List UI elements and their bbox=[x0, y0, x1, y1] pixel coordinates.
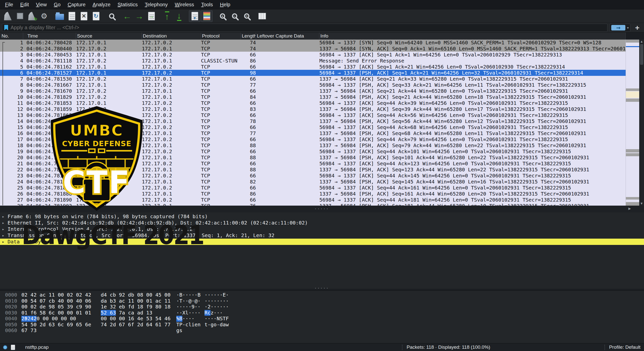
menu-statistics[interactable]: Statistics bbox=[114, 0, 141, 9]
filter-bookmark-icon[interactable] bbox=[4, 25, 8, 30]
open-file-button[interactable] bbox=[54, 10, 65, 22]
packet-row[interactable]: 304:06:24.780453172.17.0.1172.17.0.2TCP6… bbox=[0, 52, 626, 58]
hex-row[interactable]: 000002 42 ac 11 00 02 02 42d4 cb 92 db 0… bbox=[0, 292, 644, 298]
column-header-no[interactable]: No. bbox=[0, 33, 23, 40]
scroll-down-icon[interactable]: ▼ bbox=[640, 202, 643, 206]
menu-wireless[interactable]: Wireless bbox=[171, 0, 198, 9]
expand-arrow-icon[interactable]: ▸ bbox=[2, 232, 5, 239]
packet-row[interactable]: 504:06:24.781162172.17.0.1172.17.0.2TCP6… bbox=[0, 64, 626, 70]
packet-row[interactable]: 2004:06:24.781878172.17.0.2172.17.0.1TCP… bbox=[0, 154, 626, 161]
menu-analyze[interactable]: Analyze bbox=[89, 0, 114, 9]
capture-comment-icon[interactable] bbox=[11, 345, 15, 350]
stop-capture-button[interactable] bbox=[14, 10, 26, 22]
packet-row[interactable]: 804:06:24.781667172.17.0.1172.17.0.2TCP7… bbox=[0, 82, 626, 88]
column-header-time[interactable]: Time bbox=[26, 33, 76, 40]
packet-row[interactable]: 404:06:24.781118172.17.0.2172.17.0.1CLAS… bbox=[0, 58, 626, 64]
go-back-button[interactable]: ← bbox=[121, 10, 133, 22]
packet-row[interactable]: 2604:06:24.781888172.17.0.2172.17.0.1TCP… bbox=[0, 191, 626, 197]
expand-arrow-icon[interactable]: ▸ bbox=[2, 226, 5, 232]
restart-capture-button[interactable]: ↻ bbox=[26, 10, 38, 22]
menu-go[interactable]: Go bbox=[50, 0, 64, 9]
column-header-destination[interactable]: Destination bbox=[142, 33, 201, 40]
add-filter-button-plus[interactable]: + bbox=[632, 23, 642, 32]
packet-row[interactable]: 1404:06:24.781865172.17.0.2172.17.0.1TCP… bbox=[0, 118, 626, 124]
packet-row[interactable]: 604:06:24.781527172.17.0.1172.17.0.2TCP9… bbox=[0, 70, 626, 76]
packet-row[interactable]: 1904:06:24.781876172.17.0.1172.17.0.2TCP… bbox=[0, 148, 626, 154]
detail-row[interactable]: ▸Ethernet II, Src: 02:42:d4:cb:92:db (02… bbox=[0, 220, 644, 226]
menu-capture[interactable]: Capture bbox=[64, 0, 89, 9]
packet-row[interactable]: 2304:06:24.781884172.17.0.1172.17.0.2TCP… bbox=[0, 173, 626, 179]
packet-row[interactable]: 1604:06:24.781870172.17.0.2172.17.0.1TCP… bbox=[0, 130, 626, 136]
packet-row[interactable]: 104:06:24.780428172.17.0.1172.17.0.2TCP7… bbox=[0, 40, 626, 46]
menu-view[interactable]: View bbox=[32, 0, 50, 9]
expand-arrow-icon[interactable]: ▸ bbox=[2, 220, 5, 226]
splitter-handle-dots[interactable]: ····· bbox=[314, 206, 329, 211]
resize-columns-button[interactable] bbox=[256, 10, 268, 22]
packet-row[interactable]: 1504:06:24.781868172.17.0.1172.17.0.2TCP… bbox=[0, 124, 626, 130]
list-details-splitter[interactable]: ····· ▶ bbox=[0, 206, 644, 212]
packet-row[interactable]: 2404:06:24.781886172.17.0.2172.17.0.1TCP… bbox=[0, 179, 626, 185]
detail-row[interactable]: ▸Internet Protocol Version 4, Src: 172.1… bbox=[0, 226, 644, 232]
packet-row[interactable]: 2104:06:24.781880172.17.0.1172.17.0.2TCP… bbox=[0, 161, 626, 167]
go-last-button[interactable]: ↓ bbox=[173, 10, 185, 22]
details-bytes-splitter[interactable]: ····· bbox=[314, 286, 329, 291]
packet-row[interactable]: 1304:06:24.781862172.17.0.1172.17.0.2TCP… bbox=[0, 112, 626, 118]
zoom-in-button[interactable]: + bbox=[217, 10, 228, 22]
intelligent-scrollbar-map[interactable] bbox=[626, 40, 639, 206]
hex-row[interactable]: 001000 54 07 cb 40 00 40 06da b3 ac 11 0… bbox=[0, 298, 644, 304]
column-header-info[interactable]: Info bbox=[319, 33, 626, 40]
column-header-protocol[interactable]: Protocol bbox=[201, 33, 241, 40]
filter-history-caret-icon[interactable]: ▾ bbox=[627, 26, 629, 30]
vertical-scrollbar[interactable]: ▲ ▼ bbox=[639, 40, 644, 206]
packet-row[interactable]: 1004:06:24.781829172.17.0.2172.17.0.1TCP… bbox=[0, 94, 626, 100]
packet-row[interactable]: 2504:06:24.781887172.17.0.1172.17.0.2TCP… bbox=[0, 185, 626, 191]
hex-row[interactable]: 004025 42 02 20 00 00 00 0000 00 00 16 4… bbox=[0, 316, 644, 322]
detail-row[interactable]: ▸Frame 6: 98 bytes on wire (784 bits), 9… bbox=[0, 213, 644, 220]
expand-arrow-icon[interactable]: ▸ bbox=[2, 213, 5, 220]
packet-row[interactable]: 2704:06:24.781890172.17.0.1172.17.0.2TCP… bbox=[0, 197, 626, 203]
profile-button[interactable]: Profile: Default bbox=[609, 344, 640, 350]
expand-arrow-icon[interactable]: ▸ bbox=[2, 239, 5, 245]
save-file-button[interactable] bbox=[66, 10, 78, 22]
vertical-scrollbar-handle[interactable] bbox=[640, 44, 643, 65]
auto-scroll-button[interactable]: ▼ bbox=[189, 10, 200, 22]
hex-row[interactable]: 005054 50 2d 63 6c 69 65 6e74 2d 67 6f 2… bbox=[0, 322, 644, 328]
hex-row[interactable]: 002000 02 de 98 05 39 c9 901e 32 eb fd 1… bbox=[0, 304, 644, 310]
column-header-source[interactable]: Source bbox=[76, 33, 142, 40]
find-packet-button[interactable] bbox=[106, 10, 117, 22]
column-header-leftover-capture-data[interactable]: Leftover Capture Data bbox=[256, 33, 319, 40]
packet-row[interactable]: 1704:06:24.781872172.17.0.1172.17.0.2TCP… bbox=[0, 136, 626, 142]
apply-filter-button[interactable]: ➞ bbox=[611, 25, 625, 30]
packet-row[interactable]: 704:06:24.781530172.17.0.2172.17.0.1TCP6… bbox=[0, 76, 626, 82]
menu-file[interactable]: File bbox=[2, 0, 17, 9]
packet-row[interactable]: 2204:06:24.781882172.17.0.2172.17.0.1TCP… bbox=[0, 167, 626, 173]
menu-tools[interactable]: Tools bbox=[198, 0, 217, 9]
menu-telephony[interactable]: Telephony bbox=[141, 0, 171, 9]
menu-edit[interactable]: Edit bbox=[17, 0, 32, 9]
go-to-packet-button[interactable]: → bbox=[146, 10, 157, 22]
packet-row[interactable]: 904:06:24.781670172.17.0.2172.17.0.1TCP6… bbox=[0, 88, 626, 94]
display-filter-box[interactable] bbox=[2, 24, 607, 32]
close-file-button[interactable]: ✕ bbox=[78, 10, 90, 22]
column-header-length[interactable]: Length bbox=[241, 33, 256, 40]
zoom-out-button[interactable]: − bbox=[229, 10, 240, 22]
hex-row[interactable]: 003001 f6 58 6c 00 00 01 0108 0a 7a ca a… bbox=[0, 310, 644, 316]
go-forward-button[interactable]: → bbox=[133, 10, 145, 22]
scroll-up-icon[interactable]: ▲ bbox=[640, 40, 643, 44]
zoom-reset-button[interactable]: = bbox=[241, 10, 252, 22]
packet-row[interactable]: 2804:06:24.781902172.17.0.2172.17.0.1TCP… bbox=[0, 203, 626, 206]
detail-row[interactable]: ▸Transmission Control Protocol, Src Port… bbox=[0, 232, 644, 239]
capture-options-button[interactable]: ⚙ bbox=[38, 10, 50, 22]
detail-row[interactable]: ▸Data (32 bytes) bbox=[0, 239, 644, 245]
hex-row[interactable]: 006067 73gs bbox=[0, 328, 644, 334]
menu-help[interactable]: Help bbox=[216, 0, 234, 9]
packet-row[interactable]: 1204:06:24.781859172.17.0.2172.17.0.1TCP… bbox=[0, 106, 626, 112]
reload-file-button[interactable]: ↻ bbox=[90, 10, 102, 22]
go-first-button[interactable]: ↑ bbox=[161, 10, 173, 22]
packet-row[interactable]: 204:06:24.780440172.17.0.2172.17.0.1TCP7… bbox=[0, 46, 626, 52]
expert-info-icon[interactable] bbox=[3, 345, 7, 349]
scroll-right-icon[interactable]: ▶ bbox=[628, 207, 631, 210]
packet-row[interactable]: 1104:06:24.781853172.17.0.1172.17.0.2TCP… bbox=[0, 100, 626, 106]
display-filter-input[interactable] bbox=[10, 24, 605, 31]
start-capture-button[interactable] bbox=[2, 10, 14, 22]
